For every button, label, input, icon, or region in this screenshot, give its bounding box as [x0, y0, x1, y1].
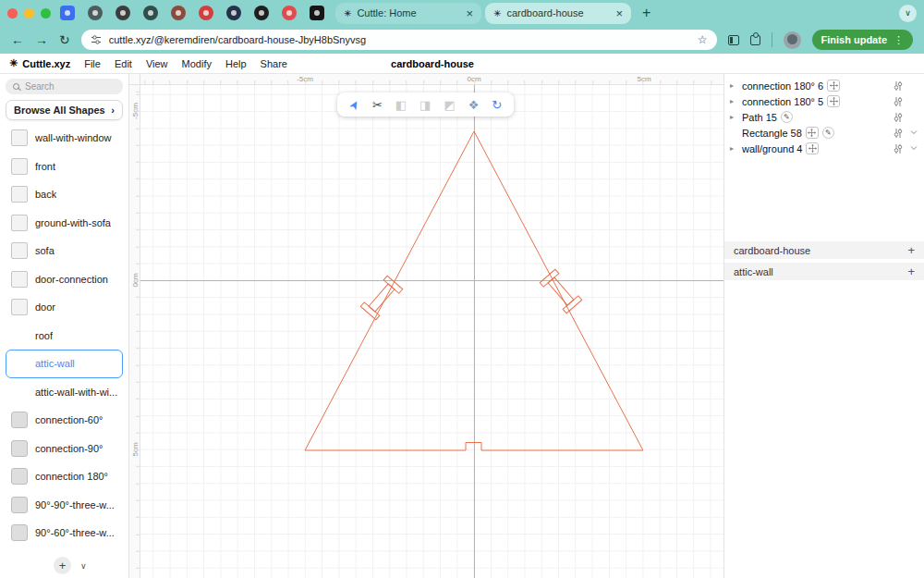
- connection-slot-left[interactable]: [360, 276, 402, 320]
- shape-item-door[interactable]: door: [6, 293, 123, 322]
- shape-item-connection-90[interactable]: connection-90°: [6, 435, 123, 463]
- component-attic-wall[interactable]: attic-wall +: [724, 263, 924, 280]
- window-zoom-button[interactable]: [41, 8, 51, 18]
- add-shape-button[interactable]: +: [54, 557, 71, 574]
- profile-avatar[interactable]: [784, 31, 801, 49]
- shape-item-back[interactable]: back: [6, 180, 123, 209]
- pinned-tab-icon[interactable]: [88, 6, 103, 20]
- collapse-chevron-icon[interactable]: [907, 143, 920, 154]
- object-row-connection-180-5[interactable]: ▸ connection 180° 5: [724, 93, 924, 109]
- tab-search-button[interactable]: ∨: [899, 5, 917, 22]
- shape-item-ground-with-sofa[interactable]: ground-with-sofa: [6, 209, 123, 238]
- side-panel-icon[interactable]: [728, 35, 739, 45]
- object-row-rectangle-58[interactable]: Rectangle 58 ✎: [724, 125, 924, 141]
- expander-icon[interactable]: ▸: [730, 97, 738, 105]
- pinned-tab-icon[interactable]: [60, 6, 75, 20]
- component-name: cardboard-house: [734, 245, 907, 256]
- shape-item-wall-with-window[interactable]: wall-with-window: [6, 124, 123, 153]
- search-input[interactable]: Search: [6, 79, 123, 94]
- connection-slot-right[interactable]: [540, 269, 581, 314]
- transform-icon[interactable]: [806, 142, 819, 154]
- transform-icon[interactable]: [827, 80, 840, 92]
- expander-icon[interactable]: ▸: [730, 144, 738, 153]
- finish-update-button[interactable]: Finish update ⋮: [812, 30, 914, 50]
- collapse-chevron-icon[interactable]: [907, 128, 920, 139]
- expander-icon[interactable]: ▸: [730, 81, 738, 90]
- pinned-tab-icon[interactable]: [282, 6, 297, 20]
- object-row-wall-ground-4[interactable]: ▸ wall/ground 4: [724, 141, 924, 156]
- pinned-tab-icon[interactable]: [143, 6, 158, 20]
- shape-item-attic-wall[interactable]: attic-wall: [6, 350, 123, 378]
- object-row-connection-180-6[interactable]: ▸ connection 180° 6: [724, 78, 924, 93]
- shape-item-attic-wall-with-window[interactable]: attic-wall-with-wi...: [6, 378, 123, 407]
- tab-cuttle-home[interactable]: ✳ Cuttle: Home ×: [335, 3, 481, 24]
- menu-modify[interactable]: Modify: [182, 58, 212, 69]
- modifiers-icon[interactable]: [893, 143, 904, 154]
- window-close-button[interactable]: [7, 8, 18, 18]
- shape-thumbnail: [11, 215, 28, 231]
- rotate-tool-icon[interactable]: ↻: [492, 99, 502, 111]
- pinned-tab-icon[interactable]: [226, 6, 241, 20]
- menu-share[interactable]: Share: [261, 58, 287, 69]
- canvas-shapes[interactable]: [140, 85, 723, 578]
- shape-item-door-connection[interactable]: door-connection: [6, 265, 123, 294]
- menu-edit[interactable]: Edit: [115, 58, 132, 69]
- drawing-area[interactable]: ➤ ✂ ◧ ◨ ◩ ❖ ↻: [140, 85, 723, 578]
- boolean-intersect-icon[interactable]: ◩: [444, 99, 455, 111]
- shape-item-90-60-three-wall[interactable]: 90°-60°-three-w...: [6, 519, 123, 547]
- transform-icon[interactable]: [827, 95, 840, 107]
- pinned-tab-icon[interactable]: [116, 6, 130, 20]
- browse-all-shapes-button[interactable]: Browse All Shapes ›: [6, 100, 123, 120]
- edit-pencil-icon[interactable]: ✎: [822, 127, 834, 139]
- cuttle-brand[interactable]: ✳ Cuttle.xyz: [9, 57, 70, 69]
- browser-menu-icon[interactable]: ⋮: [894, 34, 904, 46]
- modifiers-icon[interactable]: [893, 96, 904, 107]
- toolbar-divider: [772, 32, 772, 47]
- shape-item-front[interactable]: front: [6, 153, 123, 181]
- modifiers-icon[interactable]: [893, 80, 904, 92]
- menu-file[interactable]: File: [84, 58, 101, 69]
- address-bar[interactable]: cuttle.xyz/@keremdiren/cardboard-house-J…: [81, 30, 717, 50]
- attic-wall-triangle-path[interactable]: [305, 131, 643, 450]
- pinned-tab-icon[interactable]: [171, 6, 186, 20]
- menu-view[interactable]: View: [146, 58, 168, 69]
- modifiers-icon[interactable]: [893, 128, 904, 139]
- back-icon[interactable]: ←: [11, 32, 24, 47]
- pinned-tab-icon[interactable]: [199, 6, 213, 20]
- shape-item-connection-180[interactable]: connection 180°: [6, 462, 123, 491]
- transform-icon[interactable]: [806, 127, 819, 139]
- reload-icon[interactable]: ↻: [59, 32, 70, 47]
- expander-icon[interactable]: ▸: [730, 113, 738, 121]
- add-component-icon[interactable]: +: [907, 264, 915, 278]
- object-row-path-15[interactable]: ▸ Path 15 ✎: [724, 109, 924, 125]
- shape-thumbnail: [11, 355, 28, 372]
- add-component-icon[interactable]: +: [907, 243, 915, 257]
- shape-item-roof[interactable]: roof: [6, 322, 123, 350]
- path-tool-icon[interactable]: ❖: [468, 99, 480, 111]
- component-cardboard-house[interactable]: cardboard-house +: [724, 241, 924, 259]
- extensions-puzzle-icon[interactable]: [750, 35, 760, 45]
- shape-item-90-90-three-wall[interactable]: 90°-90°-three-w...: [6, 491, 123, 520]
- bookmark-star-icon[interactable]: ☆: [698, 33, 708, 46]
- tab-close-icon[interactable]: ×: [615, 6, 623, 20]
- tab-close-icon[interactable]: ×: [466, 6, 473, 20]
- site-settings-icon[interactable]: [91, 34, 102, 45]
- knife-tool-icon[interactable]: ✂: [372, 99, 383, 111]
- shape-item-connection-60[interactable]: connection-60°: [6, 406, 123, 435]
- shape-item-sofa[interactable]: sofa: [6, 237, 123, 265]
- menu-help[interactable]: Help: [225, 58, 247, 69]
- url-text[interactable]: cuttle.xyz/@keremdiren/cardboard-house-J…: [109, 34, 690, 45]
- pinned-tab-icon[interactable]: [254, 6, 269, 20]
- boolean-subtract-icon[interactable]: ◨: [419, 99, 431, 111]
- window-minimize-button[interactable]: [24, 8, 34, 18]
- chevron-down-icon[interactable]: ∨: [80, 561, 87, 571]
- pinned-tab-icon[interactable]: [310, 6, 324, 20]
- forward-icon[interactable]: →: [35, 32, 48, 47]
- tab-cardboard-house[interactable]: ✳ cardboard-house ×: [485, 3, 631, 24]
- shape-label: ground-with-sofa: [35, 217, 111, 228]
- modifiers-icon[interactable]: [893, 112, 904, 123]
- new-tab-button[interactable]: +: [642, 5, 650, 21]
- edit-pencil-icon[interactable]: ✎: [781, 111, 793, 123]
- select-tool-icon[interactable]: ➤: [346, 97, 362, 112]
- boolean-union-icon[interactable]: ◧: [395, 99, 407, 111]
